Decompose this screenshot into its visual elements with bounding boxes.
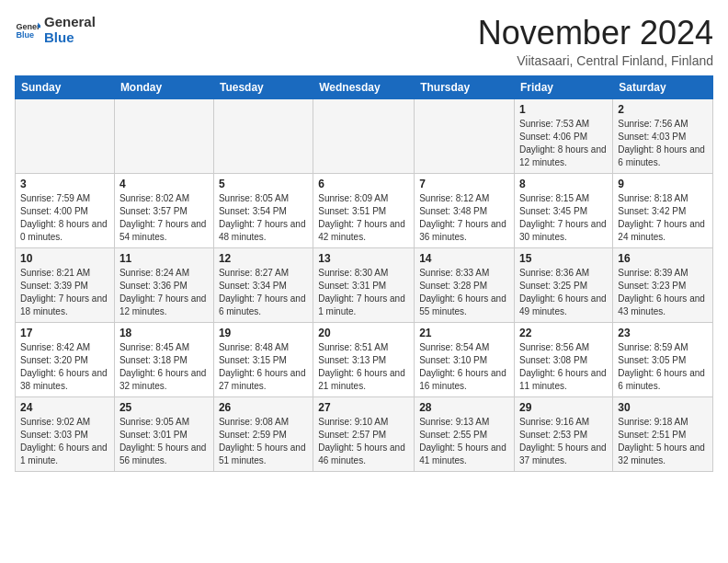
calendar-cell: 20Sunrise: 8:51 AM Sunset: 3:13 PM Dayli… (313, 322, 415, 396)
day-number: 2 (618, 103, 708, 116)
calendar-cell: 25Sunrise: 9:05 AM Sunset: 3:01 PM Dayli… (114, 396, 213, 471)
calendar-cell: 1Sunrise: 7:53 AM Sunset: 4:06 PM Daylig… (515, 98, 613, 173)
day-number: 21 (419, 327, 509, 339)
day-info: Sunrise: 8:45 AM Sunset: 3:18 PM Dayligh… (119, 341, 209, 393)
day-number: 26 (219, 401, 308, 414)
day-info: Sunrise: 9:08 AM Sunset: 2:59 PM Dayligh… (219, 416, 308, 467)
day-number: 30 (618, 401, 708, 414)
calendar-subtitle: Viitasaari, Central Finland, Finland (478, 53, 713, 68)
day-number: 13 (318, 252, 409, 265)
day-info: Sunrise: 8:39 AM Sunset: 3:23 PM Dayligh… (618, 267, 708, 318)
calendar-cell: 29Sunrise: 9:16 AM Sunset: 2:53 PM Dayli… (515, 396, 613, 471)
day-number: 6 (318, 178, 409, 190)
day-info: Sunrise: 8:15 AM Sunset: 3:45 PM Dayligh… (519, 192, 608, 244)
day-number: 4 (119, 178, 209, 190)
svg-text:General: General (16, 21, 40, 30)
weekday-header-friday: Friday (515, 75, 613, 98)
calendar-cell: 12Sunrise: 8:27 AM Sunset: 3:34 PM Dayli… (213, 247, 313, 322)
day-number: 20 (318, 327, 409, 339)
day-info: Sunrise: 8:02 AM Sunset: 3:57 PM Dayligh… (119, 192, 209, 244)
calendar-cell (415, 98, 515, 173)
weekday-header-wednesday: Wednesday (313, 75, 415, 98)
day-info: Sunrise: 9:02 AM Sunset: 3:03 PM Dayligh… (20, 416, 109, 467)
logo-blue: Blue (44, 30, 96, 46)
day-number: 11 (119, 252, 209, 265)
day-info: Sunrise: 8:56 AM Sunset: 3:08 PM Dayligh… (519, 341, 608, 393)
day-number: 22 (519, 327, 608, 339)
day-number: 19 (219, 327, 308, 339)
title-block: November 2024 Viitasaari, Central Finlan… (478, 15, 713, 68)
day-info: Sunrise: 8:30 AM Sunset: 3:31 PM Dayligh… (318, 267, 409, 318)
calendar-cell (16, 98, 115, 173)
day-info: Sunrise: 8:48 AM Sunset: 3:15 PM Dayligh… (219, 341, 308, 393)
day-number: 16 (618, 252, 708, 265)
weekday-header-monday: Monday (114, 75, 213, 98)
day-info: Sunrise: 7:56 AM Sunset: 4:03 PM Dayligh… (618, 118, 708, 169)
calendar-cell: 27Sunrise: 9:10 AM Sunset: 2:57 PM Dayli… (313, 396, 415, 471)
calendar-cell: 2Sunrise: 7:56 AM Sunset: 4:03 PM Daylig… (613, 98, 713, 173)
calendar-cell: 23Sunrise: 8:59 AM Sunset: 3:05 PM Dayli… (613, 322, 713, 396)
calendar-title: November 2024 (478, 15, 713, 52)
day-info: Sunrise: 8:59 AM Sunset: 3:05 PM Dayligh… (618, 341, 708, 393)
day-number: 24 (20, 401, 109, 414)
page-header: General Blue General Blue November 2024 … (15, 15, 713, 68)
day-info: Sunrise: 7:59 AM Sunset: 4:00 PM Dayligh… (20, 192, 109, 244)
weekday-header-tuesday: Tuesday (213, 75, 313, 98)
calendar-cell: 15Sunrise: 8:36 AM Sunset: 3:25 PM Dayli… (515, 247, 613, 322)
calendar-cell: 11Sunrise: 8:24 AM Sunset: 3:36 PM Dayli… (114, 247, 213, 322)
calendar-cell: 19Sunrise: 8:48 AM Sunset: 3:15 PM Dayli… (213, 322, 313, 396)
day-number: 7 (419, 178, 509, 190)
calendar-cell: 14Sunrise: 8:33 AM Sunset: 3:28 PM Dayli… (415, 247, 515, 322)
day-info: Sunrise: 7:53 AM Sunset: 4:06 PM Dayligh… (519, 118, 608, 169)
day-info: Sunrise: 9:18 AM Sunset: 2:51 PM Dayligh… (618, 416, 708, 467)
day-number: 17 (20, 327, 109, 339)
day-info: Sunrise: 8:12 AM Sunset: 3:48 PM Dayligh… (419, 192, 509, 244)
calendar-cell: 26Sunrise: 9:08 AM Sunset: 2:59 PM Dayli… (213, 396, 313, 471)
calendar-cell: 16Sunrise: 8:39 AM Sunset: 3:23 PM Dayli… (613, 247, 713, 322)
calendar-week-4: 17Sunrise: 8:42 AM Sunset: 3:20 PM Dayli… (16, 322, 713, 396)
day-info: Sunrise: 8:51 AM Sunset: 3:13 PM Dayligh… (318, 341, 409, 393)
day-number: 25 (119, 401, 209, 414)
calendar-cell: 5Sunrise: 8:05 AM Sunset: 3:54 PM Daylig… (213, 173, 313, 247)
calendar-cell (213, 98, 313, 173)
day-number: 1 (519, 103, 608, 116)
day-number: 27 (318, 401, 409, 414)
calendar-cell: 17Sunrise: 8:42 AM Sunset: 3:20 PM Dayli… (16, 322, 115, 396)
day-info: Sunrise: 8:24 AM Sunset: 3:36 PM Dayligh… (119, 267, 209, 318)
weekday-header-row: SundayMondayTuesdayWednesdayThursdayFrid… (16, 75, 713, 98)
day-info: Sunrise: 8:05 AM Sunset: 3:54 PM Dayligh… (219, 192, 308, 244)
day-info: Sunrise: 8:09 AM Sunset: 3:51 PM Dayligh… (318, 192, 409, 244)
day-number: 9 (618, 178, 708, 190)
day-info: Sunrise: 9:10 AM Sunset: 2:57 PM Dayligh… (318, 416, 409, 467)
day-number: 10 (20, 252, 109, 265)
calendar-cell: 13Sunrise: 8:30 AM Sunset: 3:31 PM Dayli… (313, 247, 415, 322)
day-info: Sunrise: 8:33 AM Sunset: 3:28 PM Dayligh… (419, 267, 509, 318)
day-info: Sunrise: 8:18 AM Sunset: 3:42 PM Dayligh… (618, 192, 708, 244)
day-info: Sunrise: 8:42 AM Sunset: 3:20 PM Dayligh… (20, 341, 109, 393)
calendar-cell: 24Sunrise: 9:02 AM Sunset: 3:03 PM Dayli… (16, 396, 115, 471)
day-info: Sunrise: 8:54 AM Sunset: 3:10 PM Dayligh… (419, 341, 509, 393)
calendar-cell: 6Sunrise: 8:09 AM Sunset: 3:51 PM Daylig… (313, 173, 415, 247)
day-number: 8 (519, 178, 608, 190)
day-info: Sunrise: 9:13 AM Sunset: 2:55 PM Dayligh… (419, 416, 509, 467)
day-info: Sunrise: 8:27 AM Sunset: 3:34 PM Dayligh… (219, 267, 308, 318)
logo-general: General (44, 15, 96, 30)
day-number: 23 (618, 327, 708, 339)
weekday-header-thursday: Thursday (415, 75, 515, 98)
calendar-cell (313, 98, 415, 173)
logo-icon: General Blue (15, 17, 40, 43)
calendar-cell: 18Sunrise: 8:45 AM Sunset: 3:18 PM Dayli… (114, 322, 213, 396)
day-number: 5 (219, 178, 308, 190)
day-number: 18 (119, 327, 209, 339)
logo: General Blue General Blue (15, 15, 96, 45)
calendar-cell: 7Sunrise: 8:12 AM Sunset: 3:48 PM Daylig… (415, 173, 515, 247)
calendar-cell (114, 98, 213, 173)
calendar-cell: 22Sunrise: 8:56 AM Sunset: 3:08 PM Dayli… (515, 322, 613, 396)
calendar-table: SundayMondayTuesdayWednesdayThursdayFrid… (15, 75, 713, 472)
day-number: 28 (419, 401, 509, 414)
calendar-cell: 8Sunrise: 8:15 AM Sunset: 3:45 PM Daylig… (515, 173, 613, 247)
weekday-header-saturday: Saturday (613, 75, 713, 98)
calendar-cell: 30Sunrise: 9:18 AM Sunset: 2:51 PM Dayli… (613, 396, 713, 471)
calendar-cell: 28Sunrise: 9:13 AM Sunset: 2:55 PM Dayli… (415, 396, 515, 471)
day-number: 15 (519, 252, 608, 265)
